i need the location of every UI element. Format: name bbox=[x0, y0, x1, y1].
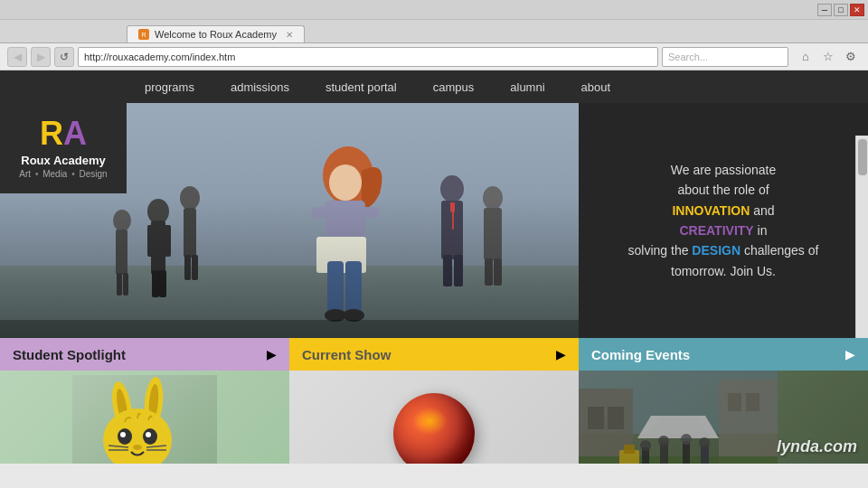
svg-point-70 bbox=[681, 434, 692, 445]
creativity-text: CREATIVITY bbox=[679, 223, 753, 238]
minimize-button[interactable]: ─ bbox=[817, 4, 832, 16]
svg-point-72 bbox=[699, 437, 710, 448]
svg-rect-20 bbox=[361, 207, 379, 218]
svg-rect-34 bbox=[484, 208, 502, 260]
scrollbar[interactable] bbox=[855, 136, 868, 370]
svg-rect-23 bbox=[345, 261, 362, 315]
svg-rect-58 bbox=[608, 407, 624, 429]
spotlight-artwork bbox=[0, 371, 289, 464]
svg-point-25 bbox=[343, 309, 364, 322]
events-header: Coming Events ▶ bbox=[579, 338, 868, 371]
bunny-svg bbox=[72, 375, 217, 465]
search-bar[interactable]: Search... bbox=[662, 47, 788, 67]
svg-rect-75 bbox=[579, 371, 778, 464]
svg-rect-31 bbox=[443, 255, 452, 286]
svg-rect-62 bbox=[579, 456, 778, 464]
svg-point-48 bbox=[133, 445, 142, 450]
nav-about[interactable]: about bbox=[563, 70, 629, 103]
active-tab[interactable]: R Welcome to Roux Academy ✕ bbox=[127, 25, 305, 42]
back-button[interactable]: ◀ bbox=[7, 47, 27, 67]
svg-rect-1 bbox=[0, 266, 579, 338]
nav-admissions[interactable]: admissions bbox=[212, 70, 307, 103]
maximize-button[interactable]: □ bbox=[834, 4, 848, 16]
settings-icon[interactable]: ⚙ bbox=[841, 47, 861, 67]
logo-area: R A Roux Academy Art • Media • Design bbox=[0, 103, 127, 193]
svg-rect-15 bbox=[123, 273, 128, 296]
svg-rect-22 bbox=[327, 261, 344, 315]
svg-rect-55 bbox=[579, 371, 778, 434]
join-link[interactable]: Join Us. bbox=[730, 264, 776, 278]
svg-point-17 bbox=[329, 164, 362, 201]
watermark: lynda.com bbox=[777, 437, 857, 456]
spotlight-title: Student Spotlight bbox=[13, 347, 126, 362]
bottom-panels: Student Spotlight ▶ bbox=[0, 338, 868, 464]
svg-rect-19 bbox=[312, 207, 330, 218]
toolbar-icons: ⌂ ☆ ⚙ bbox=[796, 47, 861, 67]
website-content: programs admissions student portal campu… bbox=[0, 70, 868, 464]
tab-favicon: R bbox=[138, 29, 149, 40]
svg-point-68 bbox=[658, 436, 669, 446]
svg-point-8 bbox=[180, 186, 200, 210]
url-bar[interactable]: http://rouxacademy.com/index.htm bbox=[78, 47, 658, 67]
svg-marker-64 bbox=[646, 416, 710, 438]
search-placeholder: Search... bbox=[668, 52, 708, 62]
events-title: Coming Events bbox=[591, 347, 690, 362]
scrollbar-thumb[interactable] bbox=[858, 139, 867, 175]
tab-bar: R Welcome to Roux Academy ✕ bbox=[0, 20, 868, 43]
home-icon[interactable]: ⌂ bbox=[796, 47, 816, 67]
logo-lockup: R A bbox=[40, 117, 87, 150]
logo-tagline: Art • Media • Design bbox=[19, 169, 107, 179]
hero-text-panel: We are passionate about the role of INNO… bbox=[579, 103, 868, 338]
svg-rect-13 bbox=[116, 230, 127, 275]
svg-point-33 bbox=[483, 186, 503, 210]
svg-rect-74 bbox=[624, 445, 635, 454]
svg-rect-61 bbox=[746, 393, 760, 411]
svg-rect-69 bbox=[683, 441, 690, 464]
show-title: Current Show bbox=[302, 347, 391, 362]
spotlight-header: Student Spotlight ▶ bbox=[0, 338, 289, 371]
nav-alumni[interactable]: alumni bbox=[492, 70, 562, 103]
svg-rect-4 bbox=[147, 225, 156, 257]
svg-rect-7 bbox=[159, 270, 166, 297]
logo-a: A bbox=[63, 117, 87, 150]
svg-rect-11 bbox=[184, 255, 191, 280]
logo-r: R bbox=[40, 117, 63, 150]
svg-rect-60 bbox=[728, 393, 741, 411]
star-icon[interactable]: ☆ bbox=[818, 47, 838, 67]
svg-point-24 bbox=[325, 309, 346, 322]
browser-window: ─ □ ✕ R Welcome to Roux Academy ✕ ◀ ▶ ↺ … bbox=[0, 0, 868, 488]
forward-button[interactable]: ▶ bbox=[31, 47, 51, 67]
svg-rect-54 bbox=[579, 371, 778, 464]
svg-rect-32 bbox=[454, 255, 463, 286]
title-bar: ─ □ ✕ bbox=[0, 0, 868, 20]
sphere-artwork bbox=[393, 393, 475, 465]
svg-rect-67 bbox=[660, 443, 668, 464]
svg-rect-5 bbox=[162, 225, 171, 257]
site-navigation: programs admissions student portal campu… bbox=[0, 70, 868, 103]
svg-rect-3 bbox=[151, 221, 165, 275]
svg-rect-73 bbox=[619, 450, 639, 464]
show-content bbox=[289, 371, 579, 464]
tab-title: Welcome to Roux Academy bbox=[155, 29, 277, 40]
events-arrow[interactable]: ▶ bbox=[845, 347, 855, 361]
nav-student-portal[interactable]: student portal bbox=[307, 70, 415, 103]
nav-programs[interactable]: programs bbox=[127, 70, 212, 103]
refresh-button[interactable]: ↺ bbox=[54, 47, 74, 67]
svg-rect-14 bbox=[117, 273, 122, 296]
svg-point-46 bbox=[120, 432, 126, 437]
svg-point-26 bbox=[440, 175, 464, 202]
url-text: http://rouxacademy.com/index.htm bbox=[84, 52, 235, 62]
svg-rect-30 bbox=[454, 211, 463, 248]
logo-school-name: Roux Academy bbox=[21, 154, 105, 167]
svg-rect-56 bbox=[579, 389, 633, 464]
svg-rect-35 bbox=[485, 258, 493, 286]
svg-rect-10 bbox=[192, 255, 198, 280]
svg-point-2 bbox=[147, 199, 169, 224]
tab-close-icon[interactable]: ✕ bbox=[286, 30, 293, 40]
close-button[interactable]: ✕ bbox=[850, 4, 864, 16]
show-arrow[interactable]: ▶ bbox=[556, 347, 566, 361]
nav-campus[interactable]: campus bbox=[415, 70, 493, 103]
svg-rect-65 bbox=[642, 447, 649, 464]
spotlight-content bbox=[0, 371, 289, 464]
spotlight-arrow[interactable]: ▶ bbox=[267, 347, 277, 361]
